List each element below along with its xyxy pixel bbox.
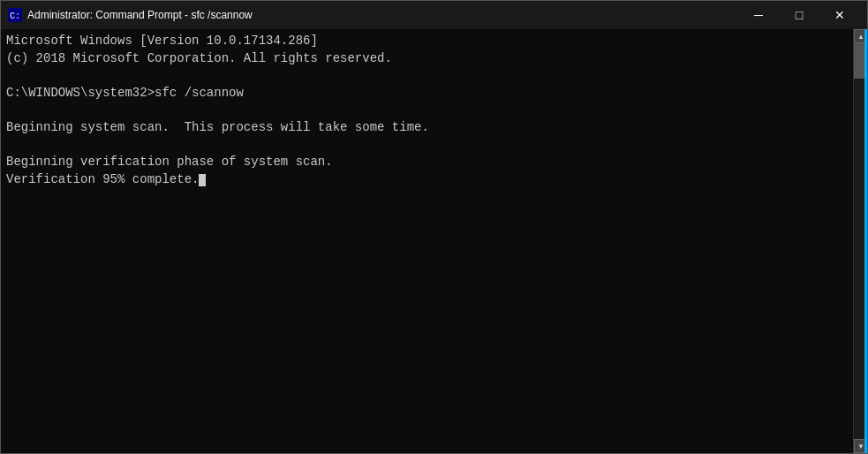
maximize-button[interactable]: □ [779,1,819,29]
window-controls: ─ □ ✕ [738,1,860,29]
console-line: (c) 2018 Microsoft Corporation. All righ… [6,50,848,68]
cursor-blink [199,174,206,186]
console-area: Microsoft Windows [Version 10.0.17134.28… [1,29,867,453]
minimize-button[interactable]: ─ [738,1,779,29]
cmd-icon: C: [8,8,22,22]
close-button[interactable]: ✕ [819,1,860,29]
window-title: Administrator: Command Prompt - sfc /sca… [27,9,738,21]
console-content[interactable]: Microsoft Windows [Version 10.0.17134.28… [1,29,853,453]
scroll-down-button[interactable]: ▼ [854,439,867,453]
console-line: Beginning verification phase of system s… [6,154,848,171]
console-line [6,137,848,155]
console-line [6,67,848,85]
vertical-scrollbar[interactable]: ▲ ▼ [853,29,867,453]
console-line: Verification 95% complete. [6,171,848,189]
console-line: Beginning system scan. This process will… [6,119,848,137]
scrollbar-track[interactable] [854,43,867,439]
console-output: Microsoft Windows [Version 10.0.17134.28… [6,33,848,188]
title-bar: C: Administrator: Command Prompt - sfc /… [1,1,867,29]
main-window: C: Administrator: Command Prompt - sfc /… [0,0,868,454]
console-line [6,102,848,119]
console-line: Microsoft Windows [Version 10.0.17134.28… [6,33,848,50]
svg-text:C:: C: [10,11,20,21]
console-line: C:\WINDOWS\system32>sfc /scannow [6,85,848,102]
scroll-up-button[interactable]: ▲ [854,29,867,43]
scrollbar-thumb[interactable] [854,43,867,79]
